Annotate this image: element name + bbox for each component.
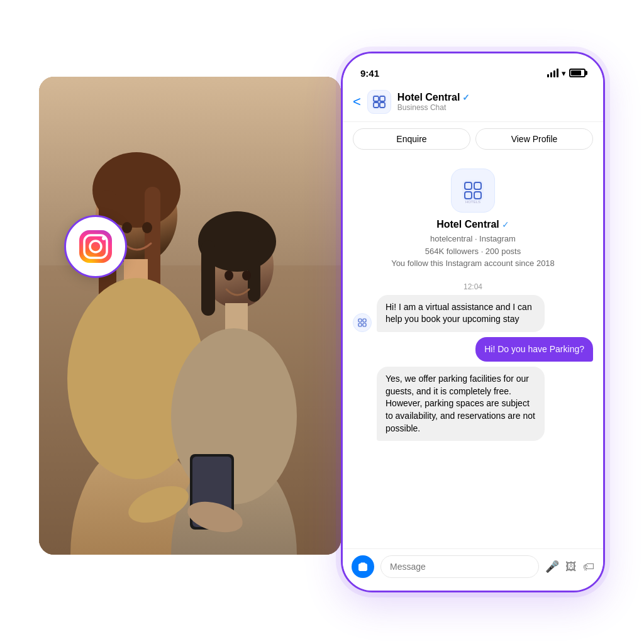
camera-button[interactable] bbox=[352, 555, 374, 578]
profile-name: Hotel Central bbox=[436, 219, 499, 230]
message-bubble-incoming-1: Hi! I am a virtual assistance and I can … bbox=[377, 295, 545, 332]
profile-stats: 564K followers · 200 posts bbox=[425, 245, 521, 258]
header-info: Hotel Central ✓ Business Chat bbox=[397, 92, 593, 112]
phone-mockup: 9:41 ▾ < bbox=[341, 52, 605, 592]
chat-header: < Hotel Central ✓ Business Chat bbox=[343, 85, 603, 122]
header-avatar bbox=[367, 90, 391, 114]
svg-rect-16 bbox=[248, 239, 260, 302]
message-bubble-outgoing-1: Hi! Do you have Parking? bbox=[475, 337, 593, 362]
action-buttons: Enquire View Profile bbox=[343, 122, 603, 156]
view-profile-button[interactable]: View Profile bbox=[475, 128, 593, 150]
photo-card bbox=[39, 77, 341, 555]
phone-notch bbox=[432, 53, 514, 72]
bot-avatar-small bbox=[353, 313, 372, 332]
microphone-icon[interactable]: 🎤 bbox=[545, 560, 559, 574]
status-time: 9:41 bbox=[360, 68, 379, 79]
battery-icon bbox=[569, 69, 586, 77]
sticker-icon[interactable]: 🏷 bbox=[583, 560, 594, 574]
scene: 9:41 ▾ < bbox=[39, 52, 605, 592]
profile-follow-info: You follow this Instagram account since … bbox=[391, 257, 555, 270]
svg-rect-15 bbox=[201, 240, 215, 316]
svg-point-11 bbox=[142, 222, 152, 233]
message-row-incoming-1: Hi! I am a virtual assistance and I can … bbox=[353, 295, 593, 332]
profile-verified-badge: ✓ bbox=[502, 219, 509, 230]
status-icons: ▾ bbox=[547, 69, 586, 78]
message-input[interactable] bbox=[380, 555, 539, 578]
signal-icon bbox=[547, 69, 558, 77]
message-bubble-incoming-2: Yes, we offer parking facilities for our… bbox=[377, 367, 545, 441]
svg-point-20 bbox=[242, 270, 251, 280]
profile-username: hotelcentral · Instagram bbox=[430, 233, 516, 245]
profile-name-row: Hotel Central ✓ bbox=[436, 219, 509, 230]
input-icons: 🎤 🖼 🏷 bbox=[545, 560, 594, 574]
header-subtitle: Business Chat bbox=[397, 103, 593, 112]
input-bar: 🎤 🖼 🏷 bbox=[343, 548, 603, 591]
svg-rect-17 bbox=[225, 303, 248, 331]
svg-point-28 bbox=[102, 236, 106, 240]
image-icon[interactable]: 🖼 bbox=[565, 560, 577, 574]
wifi-icon: ▾ bbox=[562, 69, 566, 78]
verified-badge: ✓ bbox=[462, 92, 470, 103]
message-row-outgoing-1: Hi! Do you have Parking? bbox=[353, 337, 593, 362]
header-name: Hotel Central ✓ bbox=[397, 92, 593, 103]
svg-point-19 bbox=[225, 270, 233, 280]
profile-card: HOTELS Hotel Central ✓ hotelcentral · In… bbox=[353, 156, 593, 276]
svg-text:HOTELS: HOTELS bbox=[465, 200, 480, 204]
profile-avatar-large: HOTELS bbox=[451, 169, 495, 213]
chat-area: HOTELS Hotel Central ✓ hotelcentral · In… bbox=[343, 156, 603, 548]
instagram-badge bbox=[64, 215, 127, 278]
enquire-button[interactable]: Enquire bbox=[353, 128, 470, 150]
back-button[interactable]: < bbox=[353, 94, 361, 110]
message-timestamp: 12:04 bbox=[353, 282, 593, 291]
message-row-incoming-2: Yes, we offer parking facilities for our… bbox=[353, 367, 593, 441]
